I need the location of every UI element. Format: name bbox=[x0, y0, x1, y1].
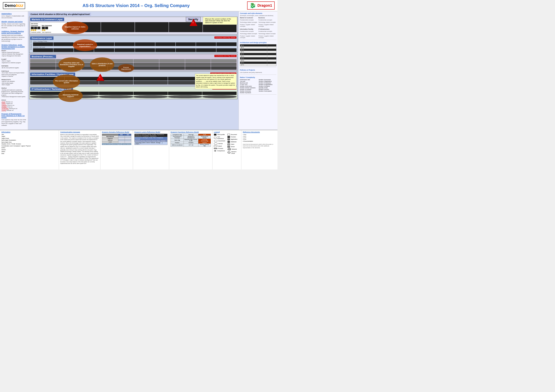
ref-doc-1: 1 Doc bbox=[243, 134, 276, 136]
bottom-functions: Dragon1 Functions Reference Model Compli… bbox=[169, 130, 212, 170]
business-unit-row bbox=[33, 48, 236, 52]
op3-row: OP-3 bbox=[240, 60, 277, 62]
assortment-icon bbox=[214, 140, 218, 142]
warning-note-top: What are the current numbers of the sale… bbox=[203, 17, 237, 25]
identity-title: Identity, mission and vision bbox=[1, 21, 26, 22]
legend-title: Legend bbox=[214, 131, 240, 133]
ratio-workplaces: Number of work places bbox=[259, 90, 277, 92]
concepts-grid-1: Market & Customer Business Fundamental c… bbox=[240, 17, 277, 27]
legend-internet: Internet / Cloud bbox=[227, 151, 240, 154]
functions-row-2: Procurement & Purchase Research & develo… bbox=[171, 135, 211, 139]
right-sidebar: Concepts and style elements (techniques,… bbox=[239, 11, 278, 130]
business-red-badge: Core Business role of Org. unknown bbox=[214, 55, 236, 57]
sales-mgt: Sales Mgt bbox=[171, 139, 184, 142]
context-label: Context: AS-IS situation in 2014 at Org.… bbox=[29, 13, 91, 16]
bottom-domains: Dragon1 Domains Reference Model B2B B2C … bbox=[101, 130, 133, 170]
center-area: Context: AS-IS situation in 2014 at Org.… bbox=[28, 11, 239, 130]
sidebar-stakeholders: Stakeholders List or diagram of stakehol… bbox=[1, 13, 26, 19]
international-row: International bbox=[102, 135, 131, 137]
stakeholders-body: List or diagram of stakeholders with rol… bbox=[1, 15, 26, 19]
name-view-label: Name (type) View: bbox=[1, 142, 12, 143]
ict-cell: ICT / IM bbox=[184, 143, 198, 147]
op2-label: OP-2 bbox=[240, 57, 267, 60]
necessary-oval: Necessary technical support? bbox=[58, 89, 83, 102]
legend-process: Process bbox=[214, 148, 226, 150]
ap3-row: AP-3 bbox=[240, 49, 277, 51]
ratio-contracts: Number of contracts bbox=[240, 89, 258, 90]
legend-col-1: Client profile User experience Assortmen… bbox=[214, 134, 226, 154]
rs-ratios-section: Ratios / Complexity Performance ratioNum… bbox=[240, 77, 277, 95]
legend-document: Document bbox=[227, 134, 240, 135]
bottom-communication: Communication message Based on the infor… bbox=[59, 130, 101, 170]
service-integrator-label: Service Integrator bbox=[112, 143, 122, 145]
service-delivery: Service Delivery Mgt bbox=[198, 143, 211, 147]
business-title: Business (Process... bbox=[30, 55, 56, 58]
logo-demo: Demo bbox=[5, 3, 16, 8]
situation-label: Situation: AS-IS / TO-BE / Envision bbox=[1, 143, 21, 145]
information-title: Information bbox=[1, 131, 57, 133]
service-delivery-label: Service Delivery bbox=[122, 143, 131, 145]
business-unit-label: Business Unit Level bbox=[33, 46, 236, 48]
client-profile-label: Client profile bbox=[217, 134, 225, 135]
bottom-information: Information Title: Target: Target Group:… bbox=[0, 130, 59, 170]
international-label: International bbox=[102, 135, 118, 137]
governance-red-badge: Governance model of Org. unknown bbox=[214, 36, 236, 39]
legend-competence: Competence bbox=[214, 150, 226, 152]
legend-function: Function bbox=[227, 136, 240, 138]
market-customer-header: Market & Customer bbox=[240, 17, 258, 19]
ap4-row: AP-4 bbox=[240, 51, 277, 53]
non-carbonated-group: Non Carbonated 😊😊 bbox=[42, 25, 52, 31]
legend-service: Service bbox=[214, 143, 226, 145]
legend-user-exp: User experience bbox=[214, 136, 226, 139]
database-icon bbox=[227, 141, 230, 143]
rs-policies-section: Policies or Projects List of policies an… bbox=[240, 69, 277, 75]
legend-columns: Client profile User experience Assortmen… bbox=[214, 134, 240, 154]
consideration-label: Consideration Level: Conceptual / Logica… bbox=[1, 145, 30, 147]
info-facility-header: Information Facility bbox=[240, 28, 258, 30]
application-label: Application bbox=[231, 138, 237, 140]
ap-table: AP-1 AP-2 AP-3 AP-4 bbox=[240, 44, 277, 66]
legend-assortment: Assortment bbox=[214, 140, 226, 142]
op5-row: OP-5 bbox=[240, 64, 277, 66]
current-sales-oval: The current sales information system bbox=[53, 75, 80, 89]
ap1-value bbox=[267, 44, 277, 47]
domains-title: Dragon1 Domains Reference Model bbox=[102, 131, 131, 133]
ratio-services: Number of services bbox=[240, 90, 258, 92]
service-provider-label: Service Provider bbox=[102, 143, 112, 145]
intl-b2c bbox=[125, 135, 131, 137]
ref-doc-4: 4 Documentation bbox=[243, 140, 276, 143]
mc-tech: Technology related concepts bbox=[240, 21, 258, 23]
b-product: Product / supplier related concepts bbox=[259, 24, 277, 28]
functions-row-4: Finance Facilities Logistics bbox=[171, 142, 211, 143]
b-fundamental: Fundamental concepts bbox=[259, 19, 277, 21]
nat-b2b bbox=[118, 139, 125, 141]
customer-services: Customer Services/Mgt bbox=[198, 139, 211, 142]
legend-client: Client bbox=[227, 143, 240, 145]
local-row: Local bbox=[102, 141, 131, 143]
b2c-header: B2C bbox=[125, 134, 131, 135]
soft-drinks-box: Soft drinks Carbonated 😊😊😊 bbox=[30, 22, 66, 34]
bottom-ref-docs: Reference documents 1 Doc 2 Doc 3 Doc 4 … bbox=[241, 130, 278, 170]
concepts-grid-2: Information Facility IT Infrastructure F… bbox=[240, 28, 277, 39]
ap4-label: AP-4 bbox=[240, 51, 267, 53]
left-sidebar: Stakeholders List or diagram of stakehol… bbox=[0, 11, 28, 130]
communication-title: Communication message bbox=[60, 131, 99, 133]
server-icon bbox=[227, 146, 230, 148]
server-label: Server bbox=[231, 146, 235, 147]
page: Demobizz AS-IS Structure Vision 2014 – O… bbox=[0, 0, 278, 170]
ratio-data: Quantity of data bbox=[259, 87, 277, 88]
mc-fundamental: Fundamental concepts bbox=[240, 19, 258, 21]
ratio-employees: Number of employees bbox=[259, 82, 277, 84]
bottom-area: Information Title: Target: Target Group:… bbox=[0, 130, 278, 170]
ratios-grid: Performance ratioNumber of processes Tur… bbox=[240, 79, 277, 93]
ratio-turnover: Turn-over bbox=[240, 81, 258, 82]
user-exp-label: User experience bbox=[217, 136, 226, 139]
op4-label: OP-4 bbox=[240, 62, 267, 64]
service-icon bbox=[214, 143, 218, 145]
ref-doc-2: 2 Doc bbox=[243, 136, 276, 138]
ap2-row: AP-2 bbox=[240, 47, 277, 49]
markets-oval-callout: Negative impact on Sales unknown bbox=[62, 21, 88, 34]
ap1-row: AP-1 bbox=[240, 44, 277, 47]
header: Demobizz AS-IS Structure Vision 2014 – O… bbox=[0, 0, 278, 11]
ref-docs-title: Reference documents bbox=[243, 131, 276, 133]
